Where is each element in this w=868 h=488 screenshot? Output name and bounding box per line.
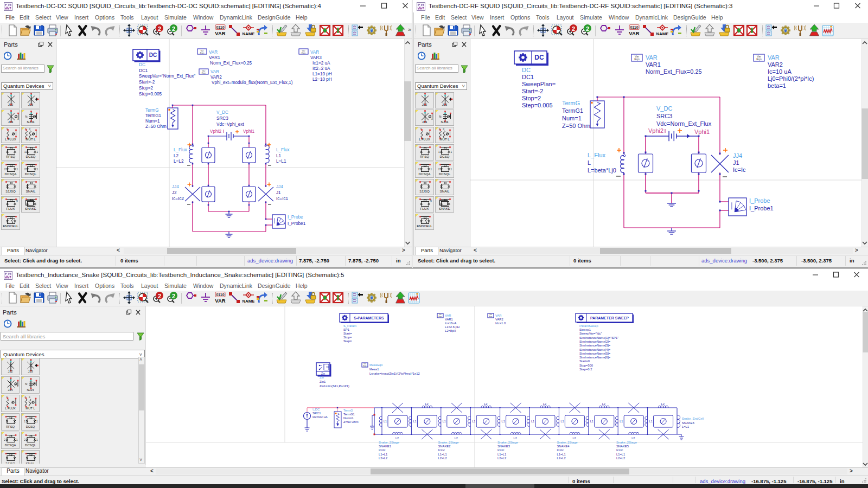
- svg-text:I_Probe1: I_Probe1: [749, 205, 774, 211]
- svg-text:Ic=Ic: Ic=Ic: [379, 448, 386, 452]
- svg-text:1: 1: [451, 151, 452, 153]
- svg-text:L1: L1: [276, 153, 282, 158]
- svg-text:L1: L1: [620, 420, 623, 423]
- svg-text:Eqn: Eqn: [363, 365, 367, 367]
- svg-text:Eqn: Eqn: [489, 316, 493, 318]
- svg-text:Lsnake=imag(Zin1)/(2*pi*freq)*: Lsnake=imag(Zin1)/(2*pi*freq)*1e12: [369, 372, 420, 375]
- svg-text:0110: 0110: [630, 25, 638, 29]
- svg-text:Start=0: Start=0: [579, 359, 590, 363]
- svg-text:1: 1: [17, 168, 18, 171]
- svg-text:L2: L2: [514, 436, 517, 440]
- svg-text:Vphi_ext=modulo_flux(Norm_Ext_: Vphi_ext=modulo_flux(Norm_Ext_Flux,1): [212, 80, 293, 85]
- svg-text:1: 1: [37, 151, 39, 153]
- svg-text:2: 2: [572, 25, 575, 32]
- svg-text:DC1: DC1: [522, 74, 534, 80]
- svg-text:Snake_2Stage: Snake_2Stage: [438, 441, 459, 444]
- svg-text:L2=L2: L2=L2: [497, 457, 506, 460]
- svg-text:MUT L: MUT L: [25, 137, 36, 141]
- svg-text:Snake_2Stage: Snake_2Stage: [557, 441, 578, 444]
- svg-text:SNAKE3: SNAKE3: [497, 445, 510, 448]
- svg-text:NAME: NAME: [656, 31, 668, 36]
- svg-text:L FLUX: L FLUX: [5, 137, 16, 141]
- svg-text:3JJSQ: 3JJSQ: [5, 189, 16, 193]
- svg-text:Idc=Idc uA: Idc=Idc uA: [312, 415, 328, 419]
- svg-text:DCSQL: DCSQL: [439, 172, 451, 176]
- svg-text:VAR: VAR: [215, 30, 225, 36]
- svg-text:Vphi1: Vphi1: [694, 129, 710, 135]
- svg-text:1: 1: [451, 168, 452, 171]
- svg-text:1: 1: [37, 168, 39, 171]
- svg-text:L2: L2: [425, 402, 428, 406]
- svg-text:J1: J1: [733, 159, 739, 166]
- svg-text:Ic=Ic: Ic=Ic: [616, 448, 623, 452]
- svg-text:JJ3: JJ3: [442, 102, 448, 106]
- svg-text:J2: J2: [172, 190, 177, 195]
- svg-text:2: 2: [438, 168, 440, 171]
- svg-text:RFSQ: RFSQ: [6, 425, 15, 428]
- svg-text:L=L1: L=L1: [276, 159, 286, 164]
- svg-text:SRC3: SRC3: [216, 116, 228, 121]
- svg-text:o: o: [29, 396, 30, 399]
- svg-text:L_Flux: L_Flux: [174, 147, 187, 152]
- svg-text:L_Flux: L_Flux: [588, 152, 606, 158]
- svg-text:SNAIL: SNAIL: [26, 189, 36, 193]
- svg-text:FLUX: FLUX: [420, 207, 429, 210]
- svg-text:TermG1: TermG1: [343, 413, 355, 416]
- svg-text:2: 2: [586, 25, 589, 32]
- svg-text:S_Param: S_Param: [343, 324, 356, 328]
- svg-text:L2: L2: [631, 436, 635, 440]
- svg-text:N: N: [430, 200, 432, 202]
- svg-text:Ic2=2 uA: Ic2=2 uA: [312, 66, 330, 71]
- svg-text:L1: L1: [649, 420, 653, 423]
- svg-text:SNAKE4: SNAKE4: [557, 445, 570, 448]
- svg-text:VAR1: VAR1: [209, 55, 220, 60]
- svg-text:Start=-2: Start=-2: [139, 80, 155, 85]
- svg-text:Ic=10 uA: Ic=10 uA: [768, 68, 792, 75]
- svg-text:SNAKE: SNAKE: [439, 207, 450, 210]
- svg-text:JJ3: JJ3: [28, 370, 33, 373]
- svg-text:VAR: VAR: [209, 50, 218, 55]
- svg-text:DC: DC: [139, 62, 145, 67]
- svg-text:JJ4: JJ4: [172, 184, 179, 189]
- svg-text:VAR2: VAR2: [768, 61, 783, 68]
- svg-text:MeasEqn: MeasEqn: [369, 363, 383, 367]
- svg-text:1: 1: [36, 420, 38, 423]
- svg-text:2: 2: [24, 439, 26, 441]
- svg-text:V_DC: V_DC: [656, 105, 672, 112]
- svg-text:2: 2: [4, 168, 6, 171]
- svg-text:L2: L2: [455, 436, 458, 440]
- svg-text:NAME: NAME: [242, 31, 254, 36]
- svg-text:I_Probe1: I_Probe1: [288, 221, 306, 226]
- svg-text:L2=10 pH: L2=10 pH: [312, 77, 332, 82]
- svg-text:2: 2: [158, 25, 161, 32]
- svg-text:Snake_EndCell: Snake_EndCell: [682, 417, 704, 420]
- svg-text:2: 2: [24, 168, 26, 171]
- svg-text:L FLUX: L FLUX: [5, 407, 16, 410]
- svg-text:L1: L1: [443, 420, 446, 423]
- svg-text:DCSQL: DCSQL: [25, 444, 36, 447]
- svg-text:SNAKE1: SNAKE1: [379, 445, 391, 448]
- svg-text:SNAIL: SNAIL: [440, 189, 450, 193]
- svg-text:SimInstanceName[1]="SP1": SimInstanceName[1]="SP1": [579, 336, 618, 339]
- svg-text:2: 2: [4, 439, 6, 441]
- svg-text:1: 1: [431, 118, 433, 120]
- svg-text:L1: L1: [384, 420, 387, 423]
- svg-text:Eqn: Eqn: [200, 52, 205, 54]
- svg-text:L2: L2: [572, 436, 576, 440]
- svg-text:Step=0.005: Step=0.005: [522, 102, 553, 108]
- svg-text:Num=1: Num=1: [562, 115, 582, 121]
- svg-text:Step=0.2: Step=0.2: [579, 368, 592, 371]
- svg-text:Ic=Ic1: Ic=Ic1: [276, 196, 289, 201]
- svg-text:beta=1: beta=1: [768, 82, 786, 89]
- svg-text:1: 1: [24, 420, 26, 423]
- svg-text:L1=10 pH: L1=10 pH: [312, 72, 332, 76]
- svg-text:o: o: [443, 127, 445, 130]
- svg-text:0110: 0110: [216, 25, 224, 29]
- svg-text:Eqn: Eqn: [302, 52, 306, 54]
- svg-text:DCSQ: DCSQ: [440, 155, 450, 158]
- svg-text:DCSQA: DCSQA: [4, 172, 17, 176]
- svg-text:Stop=: Stop=: [343, 336, 352, 339]
- svg-text:N:: N:: [25, 115, 28, 118]
- svg-text:Zin: Zin: [321, 372, 325, 375]
- svg-text:1: 1: [438, 151, 440, 153]
